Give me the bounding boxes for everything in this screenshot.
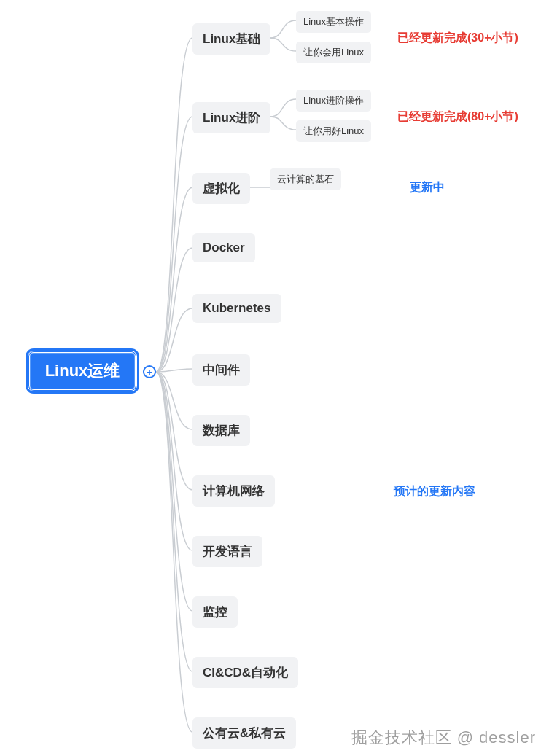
status-text: 预计的更新内容 xyxy=(394,485,475,497)
status-text: 更新中 xyxy=(410,181,445,193)
node-label: 云计算的基石 xyxy=(277,174,334,184)
sub-linux-basic-use[interactable]: 让你会用Linux xyxy=(296,42,371,63)
node-label: 计算机网络 xyxy=(203,484,265,498)
sub-linux-adv-use[interactable]: 让你用好Linux xyxy=(296,120,371,142)
node-label: 公有云&私有云 xyxy=(203,726,286,740)
root-label: Linux运维 xyxy=(45,360,120,382)
node-label: 开发语言 xyxy=(203,545,252,558)
node-label: Docker xyxy=(203,241,245,254)
topic-network[interactable]: 计算机网络 xyxy=(192,475,275,507)
expand-button[interactable]: + xyxy=(143,365,156,378)
node-label: Linux基本操作 xyxy=(303,16,364,27)
node-label: Linux进阶操作 xyxy=(303,95,364,106)
node-label: 让你会用Linux xyxy=(303,47,364,58)
status-basic-done: 已经更新完成(30+小节) xyxy=(397,31,518,46)
node-label: 虚拟化 xyxy=(203,182,240,195)
node-label: Kubernetes xyxy=(203,301,271,315)
topic-docker[interactable]: Docker xyxy=(192,233,255,262)
sub-linux-basic-ops[interactable]: Linux基本操作 xyxy=(296,11,371,33)
topic-database[interactable]: 数据库 xyxy=(192,415,250,446)
topic-linux-adv[interactable]: Linux进阶 xyxy=(192,102,270,133)
root-node[interactable]: Linux运维 xyxy=(28,351,137,391)
plus-icon: + xyxy=(147,367,152,377)
node-label: 中间件 xyxy=(203,363,240,377)
status-text: 已经更新完成(30+小节) xyxy=(397,31,518,44)
topic-cicd[interactable]: CI&CD&自动化 xyxy=(192,657,298,688)
topic-virt[interactable]: 虚拟化 xyxy=(192,173,250,204)
sub-linux-adv-ops[interactable]: Linux进阶操作 xyxy=(296,90,371,112)
topic-kubernetes[interactable]: Kubernetes xyxy=(192,294,281,323)
watermark: 掘金技术社区 @ dessler xyxy=(351,727,536,749)
watermark-text: 掘金技术社区 @ dessler xyxy=(351,728,536,747)
topic-linux-basic[interactable]: Linux基础 xyxy=(192,23,270,55)
status-updating: 更新中 xyxy=(410,180,445,195)
node-label: 让你用好Linux xyxy=(303,125,364,136)
node-label: CI&CD&自动化 xyxy=(203,666,288,679)
topic-devlang[interactable]: 开发语言 xyxy=(192,536,262,567)
node-label: Linux进阶 xyxy=(203,111,260,125)
node-label: Linux基础 xyxy=(203,32,260,46)
topic-middleware[interactable]: 中间件 xyxy=(192,354,250,386)
sub-virt-cloud[interactable]: 云计算的基石 xyxy=(270,168,341,190)
node-label: 数据库 xyxy=(203,424,240,437)
status-text: 已经更新完成(80+小节) xyxy=(397,110,518,122)
topic-monitor[interactable]: 监控 xyxy=(192,596,238,628)
node-label: 监控 xyxy=(203,605,227,619)
topic-cloud[interactable]: 公有云&私有云 xyxy=(192,717,296,749)
status-planned: 预计的更新内容 xyxy=(394,484,475,499)
status-adv-done: 已经更新完成(80+小节) xyxy=(397,109,518,125)
